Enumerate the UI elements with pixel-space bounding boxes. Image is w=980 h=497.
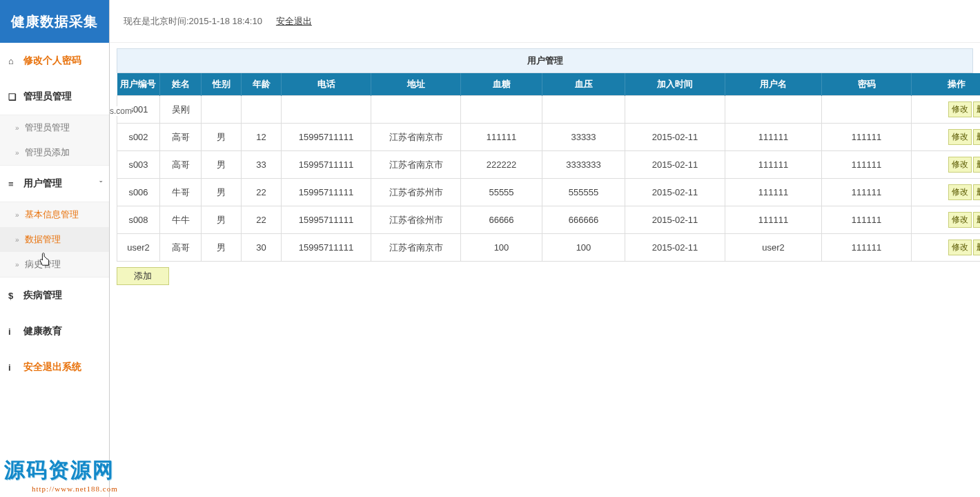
cell-gender: 男 bbox=[202, 234, 242, 262]
time-label: 现在是北京时间:2015-1-18 18:4:10 bbox=[124, 15, 262, 28]
nav-label: 疾病管理 bbox=[23, 289, 62, 302]
edit-button[interactable]: 修改 bbox=[948, 184, 972, 200]
cell-id: s002 bbox=[117, 124, 160, 151]
panel-title: 用户管理 bbox=[117, 48, 973, 73]
nav-safe-exit[interactable]: i 安全退出系统 bbox=[7, 349, 102, 385]
topbar: 现在是北京时间:2015-1-18 18:4:10 安全退出 bbox=[110, 0, 980, 43]
cell-addr: 江苏省南京市 bbox=[371, 151, 461, 179]
edit-button[interactable]: 修改 bbox=[948, 240, 972, 255]
nav-sub-label: 病史管理 bbox=[25, 258, 61, 271]
nav-sub-history[interactable]: » 病史管理 bbox=[0, 252, 109, 277]
arrow-icon: » bbox=[15, 149, 19, 157]
cell-sugar bbox=[461, 96, 542, 124]
nav-sub-data-mgmt[interactable]: » 数据管理 bbox=[0, 227, 109, 252]
cell-sugar: 111111 bbox=[461, 124, 542, 151]
col-header: 电话 bbox=[282, 73, 371, 96]
cell-user: 111111 bbox=[725, 124, 822, 151]
watermark: 源码资源网 http://www.net188.com bbox=[4, 456, 118, 493]
col-header: 用户编号 bbox=[117, 73, 160, 96]
delete-button[interactable]: 删除 bbox=[973, 184, 980, 200]
add-button[interactable]: 添加 bbox=[117, 267, 169, 285]
cell-addr: 江苏省徐州市 bbox=[371, 206, 461, 234]
delete-button[interactable]: 删除 bbox=[973, 240, 980, 255]
main: 现在是北京时间:2015-1-18 18:4:10 安全退出 s.com 用户管… bbox=[110, 0, 980, 497]
dollar-icon: $ bbox=[8, 291, 19, 301]
watermark-title: 源码资源网 bbox=[4, 456, 118, 485]
nav-sub-admin-add[interactable]: » 管理员添加 bbox=[0, 140, 109, 165]
cell-gender: 男 bbox=[202, 206, 242, 234]
cell-id: s008 bbox=[117, 206, 160, 234]
cell-name: 牛哥 bbox=[160, 179, 202, 206]
cell-name: 高哥 bbox=[160, 151, 202, 179]
delete-button[interactable]: 删除 bbox=[973, 212, 980, 228]
edit-button[interactable]: 修改 bbox=[948, 101, 972, 117]
logout-link[interactable]: 安全退出 bbox=[276, 15, 312, 28]
cell-addr: 江苏省苏州市 bbox=[371, 179, 461, 206]
cell-join: 2015-02-11 bbox=[625, 234, 725, 262]
nav-sub-admin-list[interactable]: » 管理员管理 bbox=[0, 115, 109, 140]
edit-button[interactable]: 修改 bbox=[948, 157, 972, 173]
cell-phone: 15995711111 bbox=[282, 151, 371, 179]
cell-gender: 男 bbox=[202, 179, 242, 206]
col-header: 年龄 bbox=[242, 73, 282, 96]
table-row: s002高哥男1215995711111江苏省南京市11111133333201… bbox=[117, 124, 981, 151]
cell-addr bbox=[371, 96, 461, 124]
cell-ops: 修改删除 bbox=[912, 96, 981, 124]
arrow-icon: » bbox=[15, 236, 19, 244]
cell-age: 33 bbox=[242, 151, 282, 179]
cell-pressure: 33333 bbox=[542, 124, 625, 151]
edit-button[interactable]: 修改 bbox=[948, 212, 972, 228]
table-row: s008牛牛男2215995711111江苏省徐州市66666666666201… bbox=[117, 206, 981, 234]
cell-name: 牛牛 bbox=[160, 206, 202, 234]
cell-phone: 15995711111 bbox=[282, 124, 371, 151]
cell-pressure: 555555 bbox=[542, 179, 625, 206]
cell-age: 22 bbox=[242, 179, 282, 206]
cell-name: 高哥 bbox=[160, 234, 202, 262]
cell-user bbox=[725, 96, 822, 124]
col-header: 密码 bbox=[822, 73, 912, 96]
cell-join: 2015-02-11 bbox=[625, 124, 725, 151]
list-icon: ≡ bbox=[8, 179, 19, 189]
nav-label: 修改个人密码 bbox=[23, 55, 81, 67]
nav-sub-label: 基本信息管理 bbox=[25, 208, 79, 221]
cell-addr: 江苏省南京市 bbox=[371, 124, 461, 151]
nav-user-mgmt[interactable]: ≡ 用户管理 ˇ bbox=[7, 166, 102, 202]
nav-disease-mgmt[interactable]: $ 疾病管理 bbox=[7, 277, 102, 313]
stray-text: s.com bbox=[110, 106, 132, 116]
cell-user: user2 bbox=[725, 234, 822, 262]
user-table: 用户编号姓名性别年龄电话地址血糖血压加入时间用户名密码操作 s001吴刚修改删除… bbox=[117, 73, 980, 262]
cell-age bbox=[242, 96, 282, 124]
cell-pressure bbox=[542, 96, 625, 124]
nav-sub-basic-info[interactable]: » 基本信息管理 bbox=[0, 202, 109, 227]
cell-pressure: 100 bbox=[542, 234, 625, 262]
cell-name: 高哥 bbox=[160, 124, 202, 151]
delete-button[interactable]: 删除 bbox=[973, 129, 980, 145]
nav-health-edu[interactable]: i 健康教育 bbox=[7, 313, 102, 349]
edit-button[interactable]: 修改 bbox=[948, 129, 972, 145]
cell-age: 12 bbox=[242, 124, 282, 151]
delete-button[interactable]: 删除 bbox=[973, 101, 980, 117]
cell-sugar: 222222 bbox=[461, 151, 542, 179]
info-icon: i bbox=[8, 327, 19, 337]
col-header: 加入时间 bbox=[625, 73, 725, 96]
cell-phone: 15995711111 bbox=[282, 206, 371, 234]
cell-pass: 111111 bbox=[822, 124, 912, 151]
cell-join: 2015-02-11 bbox=[625, 179, 725, 206]
info-icon: i bbox=[8, 362, 19, 373]
cell-ops: 修改删除 bbox=[912, 151, 981, 179]
table-row: s006牛哥男2215995711111江苏省苏州市55555555555201… bbox=[117, 179, 981, 206]
nav-modify-password[interactable]: ⌂ 修改个人密码 bbox=[7, 43, 102, 79]
nav: ⌂ 修改个人密码 ❏ 管理员管理 » 管理员管理 » 管理员添加 bbox=[0, 43, 109, 497]
home-icon: ⌂ bbox=[8, 56, 19, 66]
cell-join: 2015-02-11 bbox=[625, 206, 725, 234]
nav-admin-mgmt[interactable]: ❏ 管理员管理 bbox=[7, 79, 102, 115]
cell-gender bbox=[202, 96, 242, 124]
cell-pass: 111111 bbox=[822, 151, 912, 179]
cell-gender: 男 bbox=[202, 151, 242, 179]
arrow-icon: » bbox=[15, 211, 19, 219]
cell-ops: 修改删除 bbox=[912, 206, 981, 234]
col-header: 姓名 bbox=[160, 73, 202, 96]
delete-button[interactable]: 删除 bbox=[973, 157, 980, 173]
nav-label: 管理员管理 bbox=[23, 90, 72, 103]
nav-sub-label: 数据管理 bbox=[25, 233, 61, 246]
